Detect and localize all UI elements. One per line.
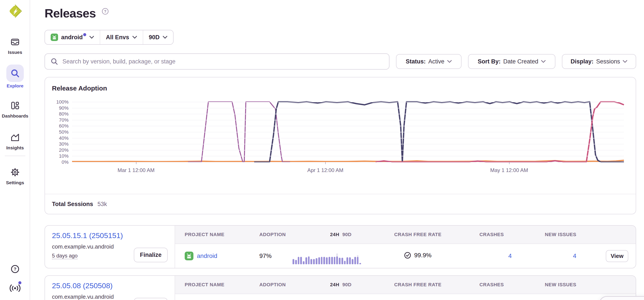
page-filter-bar: android All Envs 90D [44,30,174,45]
finalize-button[interactable]: Finalize [134,298,168,300]
adoption-chart[interactable]: 100%90%80%70%60%50%40%30%20%10%0%Mar 1 1… [72,102,624,162]
y-axis-tick-label: 50% [47,129,68,135]
col-crashes: CRASHES [459,232,516,237]
broadcast-icon [9,283,21,292]
sidebar-item-explore[interactable]: Explore [0,65,30,89]
total-sessions-value: 53k [98,201,107,208]
y-axis-tick-label: 30% [47,141,68,147]
x-axis-tick [509,162,510,164]
sort-by-dropdown-value: Date Created [503,58,538,65]
release-table-header: PROJECT NAME ADOPTION 24H90D CRASH FREE … [175,226,636,244]
project-notification-dot [83,33,86,36]
environment-selector[interactable]: All Envs [100,30,143,44]
sparkline-bar [357,257,359,264]
x-axis-tick [136,162,136,164]
sidebar-item-settings[interactable]: Settings [0,167,30,185]
page-title: Releases [44,6,96,20]
sidebar-item-insights[interactable]: Insights [0,133,30,150]
release-summary: 25.05.15.1 (2505151) com.example.vu.andr… [45,226,175,268]
release-table: PROJECT NAME ADOPTION 24H90D CRASH FREE … [175,226,636,268]
sidebar-divider [5,156,25,156]
sparkline-bar [339,258,340,264]
crash-free-value: 99.9% [414,252,431,259]
y-axis-tick-label: 70% [47,117,68,123]
sparkline-bar [316,258,318,264]
chevron-down-icon [132,36,137,39]
help-circle-icon: ? [102,8,109,15]
releases-page: { "sidebar": { "items": [ { "label": "Is… [0,0,644,300]
date-range-selector[interactable]: 90D [143,30,173,44]
display-dropdown-value: Sessions [596,58,620,65]
y-gridline [72,156,624,156]
sparkline-bar [344,261,346,264]
insights-icon [10,133,20,142]
release-version-link[interactable]: 25.05.08 (250508) [52,282,113,290]
help-button[interactable]: ? [0,264,30,276]
display-dropdown[interactable]: Display: Sessions [562,54,636,69]
sidebar-item-label: Insights [0,145,30,150]
x-axis-tick [325,162,326,164]
release-version-link[interactable]: 25.05.15.1 (2505151) [52,231,123,240]
finalize-button[interactable]: Finalize [134,248,168,262]
sparkline-bar [295,260,297,264]
release-table: PROJECT NAME ADOPTION 24H90D CRASH FREE … [175,276,636,300]
sparkline-bar [306,257,307,264]
y-axis-tick-label: 10% [47,153,68,159]
search-input[interactable] [44,53,390,70]
col-adoption: ADOPTION [254,232,292,237]
x-axis-tick-label: Mar 1 12:00 AM [106,167,166,173]
sparkline-bar-ghost-cap [336,253,338,256]
toolbar-row: Status: Active Sort By: Date Created Dis… [44,53,636,70]
y-gridline [72,102,624,102]
sidebar-item-dashboards[interactable]: Dashboards [0,101,30,119]
chevron-down-icon [541,60,546,63]
status-dropdown-label: Status: [406,58,426,65]
y-axis-tick-label: 80% [47,111,68,117]
y-gridline [72,126,624,126]
environment-selector-label: All Envs [106,34,129,41]
floating-widget-cutoff[interactable] [599,296,644,300]
sparkline-bar [310,259,312,264]
search-container [44,53,390,70]
check-circle-icon [404,252,411,259]
chart-title: Release Adoption [45,77,636,93]
sidebar: Issues Explore Dashboards Insights [0,0,30,300]
chevron-down-icon [447,60,452,63]
status-dropdown-value: Active [428,58,444,65]
sidebar-item-label: Settings [0,180,30,185]
sidebar-item-issues[interactable]: Issues [0,37,30,55]
x-axis-tick-label: May 1 12:00 AM [478,167,540,173]
sort-by-dropdown[interactable]: Sort By: Date Created [468,54,555,69]
sidebar-item-label: Explore [0,83,30,89]
project-link[interactable]: android [197,253,217,260]
view-button[interactable]: View [606,250,628,262]
whats-new-button[interactable] [0,283,30,294]
gear-icon [10,167,20,177]
sentry-logo[interactable] [8,4,22,20]
sparkline-bar [349,257,351,264]
y-gridline [72,144,624,144]
dashboards-icon [10,101,20,110]
project-selector[interactable]: android [45,30,100,44]
y-gridline [72,132,624,132]
new-issues-link[interactable]: 4 [516,253,582,260]
sidebar-item-label: Dashboards [0,113,30,119]
x-axis-tick-label: Apr 1 12:00 AM [295,167,356,173]
date-range-selector-label: 90D [149,34,160,41]
col-new-issues: NEW ISSUES [516,232,582,237]
page-help-button[interactable]: ? [102,8,109,16]
adoption-value: 97% [254,253,292,260]
sparkline-bar [342,258,343,264]
issues-icon [10,37,20,47]
display-dropdown-label: Display: [571,58,594,65]
y-axis-tick-label: 60% [47,123,68,129]
sessions-sparkline[interactable] [292,252,361,264]
col-new-issues: NEW ISSUES [516,282,582,288]
crashes-link[interactable]: 4 [459,253,516,260]
col-crash-free-rate: CRASH FREE RATE [376,282,459,288]
col-crashes: CRASHES [459,282,516,288]
status-dropdown[interactable]: Status: Active [396,54,462,69]
explore-selected-pill [6,65,24,82]
y-gridline [72,150,624,150]
chevron-down-icon [622,60,628,63]
